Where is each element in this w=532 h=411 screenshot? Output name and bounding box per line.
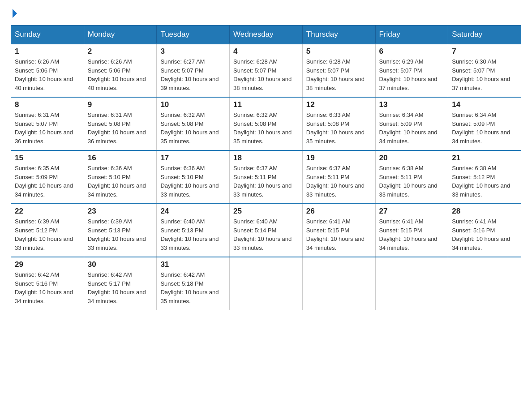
- calendar-cell: [302, 257, 375, 310]
- day-info: Sunrise: 6:26 AMSunset: 5:06 PMDaylight:…: [88, 57, 153, 92]
- day-number: 18: [233, 154, 299, 163]
- column-header-tuesday: Tuesday: [157, 26, 230, 44]
- column-header-saturday: Saturday: [448, 26, 521, 44]
- day-info: Sunrise: 6:37 AMSunset: 5:11 PMDaylight:…: [233, 164, 299, 199]
- day-info: Sunrise: 6:27 AMSunset: 5:07 PMDaylight:…: [160, 57, 226, 92]
- day-info: Sunrise: 6:35 AMSunset: 5:09 PMDaylight:…: [15, 164, 80, 199]
- day-number: 8: [15, 100, 80, 109]
- calendar-cell: 5Sunrise: 6:28 AMSunset: 5:07 PMDaylight…: [302, 44, 375, 97]
- calendar-header-row: SundayMondayTuesdayWednesdayThursdayFrid…: [11, 26, 521, 44]
- day-number: 15: [15, 154, 80, 163]
- day-info: Sunrise: 6:28 AMSunset: 5:07 PMDaylight:…: [306, 57, 372, 92]
- day-number: 16: [88, 154, 153, 163]
- calendar-cell: 3Sunrise: 6:27 AMSunset: 5:07 PMDaylight…: [157, 44, 230, 97]
- day-number: 10: [160, 100, 226, 109]
- calendar-week-row: 8Sunrise: 6:31 AMSunset: 5:07 PMDaylight…: [11, 97, 521, 150]
- calendar-week-row: 1Sunrise: 6:26 AMSunset: 5:06 PMDaylight…: [11, 44, 521, 97]
- calendar-cell: 13Sunrise: 6:34 AMSunset: 5:09 PMDayligh…: [375, 97, 448, 150]
- calendar-cell: 29Sunrise: 6:42 AMSunset: 5:16 PMDayligh…: [11, 257, 84, 310]
- day-number: 31: [160, 260, 226, 269]
- day-info: Sunrise: 6:36 AMSunset: 5:10 PMDaylight:…: [160, 164, 226, 199]
- day-number: 4: [233, 47, 299, 56]
- day-info: Sunrise: 6:41 AMSunset: 5:16 PMDaylight:…: [452, 217, 517, 252]
- day-number: 6: [379, 47, 445, 56]
- calendar-cell: [448, 257, 521, 310]
- calendar-week-row: 22Sunrise: 6:39 AMSunset: 5:12 PMDayligh…: [11, 204, 521, 257]
- day-info: Sunrise: 6:26 AMSunset: 5:06 PMDaylight:…: [15, 57, 80, 92]
- logo: [11, 11, 17, 18]
- calendar-cell: 8Sunrise: 6:31 AMSunset: 5:07 PMDaylight…: [11, 97, 84, 150]
- calendar-cell: 9Sunrise: 6:31 AMSunset: 5:08 PMDaylight…: [84, 97, 157, 150]
- day-info: Sunrise: 6:40 AMSunset: 5:13 PMDaylight:…: [160, 217, 226, 252]
- day-number: 12: [306, 100, 372, 109]
- day-number: 22: [15, 207, 80, 216]
- calendar-cell: 30Sunrise: 6:42 AMSunset: 5:17 PMDayligh…: [84, 257, 157, 310]
- calendar-week-row: 15Sunrise: 6:35 AMSunset: 5:09 PMDayligh…: [11, 150, 521, 204]
- day-number: 17: [160, 154, 226, 163]
- day-number: 20: [379, 154, 445, 163]
- day-number: 21: [452, 154, 517, 163]
- day-info: Sunrise: 6:37 AMSunset: 5:11 PMDaylight:…: [306, 164, 372, 199]
- day-info: Sunrise: 6:42 AMSunset: 5:17 PMDaylight:…: [88, 270, 153, 305]
- day-info: Sunrise: 6:31 AMSunset: 5:08 PMDaylight:…: [88, 111, 153, 146]
- calendar-cell: 27Sunrise: 6:41 AMSunset: 5:15 PMDayligh…: [375, 204, 448, 257]
- day-number: 5: [306, 47, 372, 56]
- calendar-cell: 14Sunrise: 6:34 AMSunset: 5:09 PMDayligh…: [448, 97, 521, 150]
- calendar-cell: 20Sunrise: 6:38 AMSunset: 5:11 PMDayligh…: [375, 150, 448, 204]
- day-number: 26: [306, 207, 372, 216]
- calendar-cell: 11Sunrise: 6:32 AMSunset: 5:08 PMDayligh…: [230, 97, 303, 150]
- calendar-cell: 7Sunrise: 6:30 AMSunset: 5:07 PMDaylight…: [448, 44, 521, 97]
- day-number: 28: [452, 207, 517, 216]
- calendar-cell: 26Sunrise: 6:41 AMSunset: 5:15 PMDayligh…: [302, 204, 375, 257]
- calendar-cell: 6Sunrise: 6:29 AMSunset: 5:07 PMDaylight…: [375, 44, 448, 97]
- day-number: 30: [88, 260, 153, 269]
- day-number: 14: [452, 100, 517, 109]
- day-number: 11: [233, 100, 299, 109]
- calendar-cell: 2Sunrise: 6:26 AMSunset: 5:06 PMDaylight…: [84, 44, 157, 97]
- calendar-cell: 25Sunrise: 6:40 AMSunset: 5:14 PMDayligh…: [230, 204, 303, 257]
- day-number: 1: [15, 47, 80, 56]
- column-header-friday: Friday: [375, 26, 448, 44]
- day-info: Sunrise: 6:39 AMSunset: 5:13 PMDaylight:…: [88, 217, 153, 252]
- column-header-thursday: Thursday: [302, 26, 375, 44]
- calendar-cell: 4Sunrise: 6:28 AMSunset: 5:07 PMDaylight…: [230, 44, 303, 97]
- calendar-cell: 1Sunrise: 6:26 AMSunset: 5:06 PMDaylight…: [11, 44, 84, 97]
- day-info: Sunrise: 6:38 AMSunset: 5:11 PMDaylight:…: [379, 164, 445, 199]
- calendar-cell: 31Sunrise: 6:42 AMSunset: 5:18 PMDayligh…: [157, 257, 230, 310]
- column-header-sunday: Sunday: [11, 26, 84, 44]
- calendar-cell: 28Sunrise: 6:41 AMSunset: 5:16 PMDayligh…: [448, 204, 521, 257]
- day-info: Sunrise: 6:41 AMSunset: 5:15 PMDaylight:…: [379, 217, 445, 252]
- day-info: Sunrise: 6:28 AMSunset: 5:07 PMDaylight:…: [233, 57, 299, 92]
- day-info: Sunrise: 6:38 AMSunset: 5:12 PMDaylight:…: [452, 164, 517, 199]
- page-header: [11, 11, 521, 18]
- column-header-monday: Monday: [84, 26, 157, 44]
- column-header-wednesday: Wednesday: [230, 26, 303, 44]
- calendar-cell: 23Sunrise: 6:39 AMSunset: 5:13 PMDayligh…: [84, 204, 157, 257]
- day-info: Sunrise: 6:42 AMSunset: 5:16 PMDaylight:…: [15, 270, 80, 305]
- day-number: 7: [452, 47, 517, 56]
- calendar-cell: 15Sunrise: 6:35 AMSunset: 5:09 PMDayligh…: [11, 150, 84, 204]
- day-info: Sunrise: 6:33 AMSunset: 5:08 PMDaylight:…: [306, 111, 372, 146]
- day-info: Sunrise: 6:40 AMSunset: 5:14 PMDaylight:…: [233, 217, 299, 252]
- calendar-cell: 24Sunrise: 6:40 AMSunset: 5:13 PMDayligh…: [157, 204, 230, 257]
- day-number: 3: [160, 47, 226, 56]
- day-number: 19: [306, 154, 372, 163]
- logo-arrow-icon: [13, 9, 17, 18]
- day-info: Sunrise: 6:39 AMSunset: 5:12 PMDaylight:…: [15, 217, 80, 252]
- calendar-cell: 12Sunrise: 6:33 AMSunset: 5:08 PMDayligh…: [302, 97, 375, 150]
- day-info: Sunrise: 6:42 AMSunset: 5:18 PMDaylight:…: [160, 270, 226, 305]
- day-info: Sunrise: 6:41 AMSunset: 5:15 PMDaylight:…: [306, 217, 372, 252]
- calendar-cell: [230, 257, 303, 310]
- calendar-cell: [375, 257, 448, 310]
- day-number: 27: [379, 207, 445, 216]
- day-info: Sunrise: 6:32 AMSunset: 5:08 PMDaylight:…: [160, 111, 226, 146]
- day-info: Sunrise: 6:29 AMSunset: 5:07 PMDaylight:…: [379, 57, 445, 92]
- day-number: 24: [160, 207, 226, 216]
- day-number: 13: [379, 100, 445, 109]
- day-info: Sunrise: 6:36 AMSunset: 5:10 PMDaylight:…: [88, 164, 153, 199]
- logo-blue-text: [11, 11, 17, 18]
- calendar-table: SundayMondayTuesdayWednesdayThursdayFrid…: [11, 25, 521, 310]
- calendar-cell: 10Sunrise: 6:32 AMSunset: 5:08 PMDayligh…: [157, 97, 230, 150]
- day-info: Sunrise: 6:30 AMSunset: 5:07 PMDaylight:…: [452, 57, 517, 92]
- day-number: 23: [88, 207, 153, 216]
